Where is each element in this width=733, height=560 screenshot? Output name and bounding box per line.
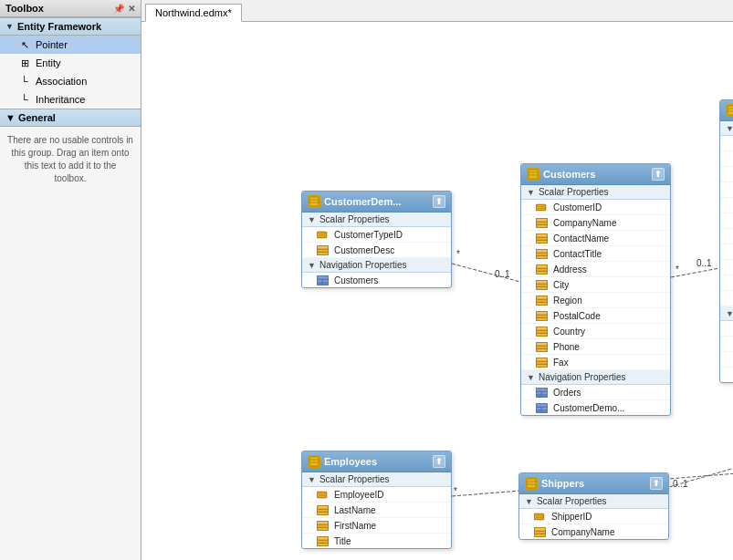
svg-rect-99 [537, 365, 547, 367]
svg-rect-45 [537, 225, 547, 227]
svg-rect-221 [318, 528, 328, 530]
svg-rect-74 [537, 300, 547, 302]
scalar-prop-customers-1: CompanyName [521, 215, 670, 231]
scalar-section-label-shippers: Scalar Properties [537, 496, 607, 506]
entity-title-employees: Employees [324, 456, 377, 467]
toolbox-section-general[interactable]: ▼ General [0, 109, 141, 127]
entity-collapse-btn-customerdem[interactable]: ⬆ [433, 195, 445, 208]
nav-toggle-customerdem: ▼ [308, 261, 316, 270]
entity-box-orders[interactable]: Orders⬆▼Scalar Properties OrderID OrderD… [719, 99, 733, 383]
scalar-prop-label-customers-2: ContactName [553, 233, 609, 244]
svg-rect-220 [318, 525, 328, 527]
tab-bar: Northwind.edmx* [141, 0, 733, 22]
nav-section-header-orders[interactable]: ▼Navigation Properties [720, 306, 733, 321]
scalar-prop-label-customers-4: Address [553, 264, 587, 275]
svg-rect-16 [309, 197, 319, 206]
svg-rect-61 [537, 265, 547, 268]
svg-rect-110 [537, 408, 541, 410]
scalar-prop-label-customers-9: Phone [553, 342, 580, 352]
nav-prop-label-customers-0: Orders [553, 388, 581, 398]
svg-rect-44 [537, 223, 547, 224]
svg-rect-55 [537, 250, 547, 253]
svg-text:*: * [454, 486, 457, 496]
svg-rect-238 [535, 528, 545, 531]
toolbox-item-inheritance-label: Inheritance [36, 94, 85, 105]
entity-box-customerdem[interactable]: CustomerDem...⬆▼Scalar Properties Custom… [301, 191, 452, 288]
toolbox-item-entity[interactable]: ⊞ Entity [0, 54, 141, 72]
svg-rect-32 [323, 280, 328, 282]
svg-rect-35 [529, 170, 538, 179]
svg-rect-230 [527, 479, 536, 488]
scalar-section-header-customers[interactable]: ▼Scalar Properties [521, 185, 670, 200]
entity-header-shippers[interactable]: Shippers⬆ [519, 473, 668, 494]
section-toggle-icon: ▼ [5, 22, 14, 31]
toolbox: Toolbox 📌 ✕ ▼ Entity Framework ↖ Pointer… [0, 0, 141, 560]
svg-rect-49 [537, 234, 547, 237]
tab-northwind[interactable]: Northwind.edmx* [145, 4, 242, 22]
section-entity-framework-label: Entity Framework [17, 21, 101, 32]
svg-rect-63 [537, 272, 547, 274]
svg-rect-92 [537, 347, 547, 348]
entity-box-employees[interactable]: Employees⬆▼Scalar Properties EmployeeID … [301, 451, 452, 549]
scalar-prop-customers-3: ContactTitle [521, 246, 670, 262]
svg-line-3 [671, 268, 719, 277]
svg-rect-56 [537, 254, 547, 255]
nav-toggle-customers: ▼ [527, 373, 535, 382]
svg-rect-75 [537, 303, 547, 305]
svg-rect-87 [537, 334, 547, 336]
entity-header-customers[interactable]: Customers⬆ [521, 164, 670, 185]
toolbox-item-entity-label: Entity [36, 57, 61, 68]
entity-header-customerdem[interactable]: CustomerDem...⬆ [302, 192, 451, 213]
entity-box-customers[interactable]: Customers⬆▼Scalar Properties CustomerID … [520, 163, 671, 416]
entity-header-orders[interactable]: Orders⬆ [720, 100, 733, 121]
svg-rect-51 [537, 241, 547, 243]
toolbox-item-association[interactable]: └ Association [0, 72, 141, 90]
scalar-prop-orders-3: ShippedDate [720, 182, 733, 198]
svg-rect-30 [318, 276, 328, 279]
scalar-prop-customers-9: Phone [521, 339, 670, 355]
entity-collapse-btn-employees[interactable]: ⬆ [433, 455, 445, 468]
scalar-section-header-orders[interactable]: ▼Scalar Properties [720, 121, 733, 136]
svg-rect-62 [537, 269, 547, 271]
toolbox-item-inheritance[interactable]: └ Inheritance [0, 90, 141, 109]
scalar-prop-customers-8: Country [521, 324, 670, 339]
svg-rect-226 [318, 541, 328, 543]
scalar-prop-label-customers-1: CompanyName [553, 218, 616, 228]
toolbox-close-icon[interactable]: ✕ [128, 4, 135, 14]
scalar-prop-orders-2: RequiredDate [720, 167, 733, 182]
entity-collapse-btn-customers[interactable]: ⬆ [652, 168, 665, 181]
scalar-prop-label-customers-6: Region [553, 296, 582, 306]
scalar-prop-customers-6: Region [521, 293, 670, 308]
entity-collapse-btn-shippers[interactable]: ⬆ [650, 477, 663, 490]
entity-header-employees[interactable]: Employees⬆ [302, 451, 451, 472]
nav-prop-label-customers-1: CustomerDemo... [553, 403, 624, 413]
svg-rect-234 [535, 514, 543, 519]
svg-rect-81 [537, 318, 547, 320]
toolbox-item-pointer[interactable]: ↖ Pointer [0, 36, 141, 54]
scalar-toggle-customers: ▼ [527, 188, 535, 197]
scalar-prop-label-customers-5: City [553, 280, 569, 290]
svg-text:0..1: 0..1 [495, 269, 510, 279]
scalar-section-header-shippers[interactable]: ▼Scalar Properties [519, 494, 668, 509]
nav-prop-orders-1: Employees [720, 337, 733, 352]
toolbox-section-entity-framework[interactable]: ▼ Entity Framework [0, 17, 141, 36]
scalar-prop-customers-0: CustomerID [521, 200, 670, 215]
scalar-prop-customers-5: City [521, 277, 670, 293]
svg-line-9 [669, 451, 733, 487]
svg-rect-103 [537, 389, 547, 391]
svg-rect-205 [309, 457, 319, 466]
scalar-prop-shippers-0: ShipperID [519, 509, 668, 524]
scalar-toggle-customerdem: ▼ [308, 215, 316, 224]
svg-rect-43 [537, 219, 547, 222]
entity-box-shippers[interactable]: Shippers⬆▼Scalar Properties ShipperID Co… [518, 472, 669, 540]
nav-section-header-customerdem[interactable]: ▼Navigation Properties [302, 258, 451, 273]
scalar-section-header-customerdem[interactable]: ▼Scalar Properties [302, 213, 451, 227]
nav-prop-orders-0: Customers [720, 321, 733, 337]
scalar-section-label-customerdem: Scalar Properties [319, 214, 390, 224]
toolbox-pin-icon[interactable]: 📌 [113, 4, 124, 14]
scalar-section-header-employees[interactable]: ▼Scalar Properties [302, 472, 451, 487]
canvas[interactable]: * 0..1 * 0..1 1 * 0..1 * * CustomerDem..… [141, 22, 733, 560]
nav-section-header-customers[interactable]: ▼Navigation Properties [521, 370, 670, 385]
svg-rect-57 [537, 256, 547, 258]
svg-rect-239 [535, 532, 545, 534]
